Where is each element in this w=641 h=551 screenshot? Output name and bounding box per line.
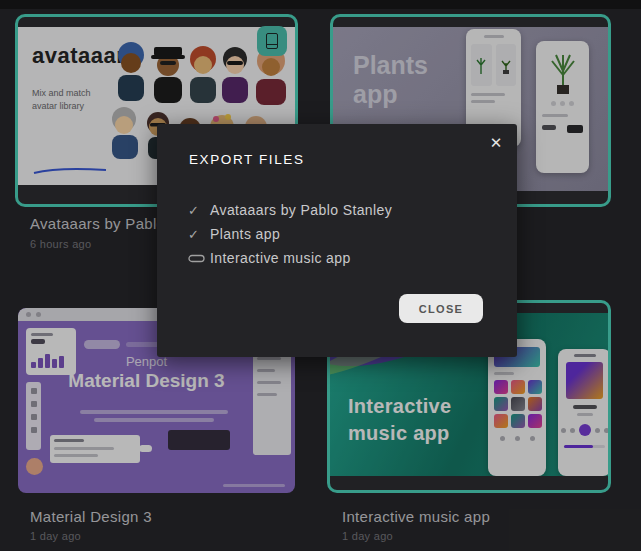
dialog-title: EXPORT FILES [189, 152, 305, 167]
export-item: ✓ Avataaars by Pablo Stanley [188, 198, 392, 222]
export-item: ✓ Plants app [188, 222, 392, 246]
check-icon: ✓ [188, 203, 210, 218]
close-button[interactable]: CLOSE [399, 294, 483, 323]
export-files-dialog: ✕ EXPORT FILES ✓ Avataaars by Pablo Stan… [157, 124, 517, 357]
export-item: Interactive music app [188, 246, 392, 270]
loading-pill-icon [188, 254, 210, 263]
check-icon: ✓ [188, 227, 210, 242]
export-item-list: ✓ Avataaars by Pablo Stanley ✓ Plants ap… [188, 198, 392, 270]
close-icon[interactable]: ✕ [485, 132, 507, 154]
